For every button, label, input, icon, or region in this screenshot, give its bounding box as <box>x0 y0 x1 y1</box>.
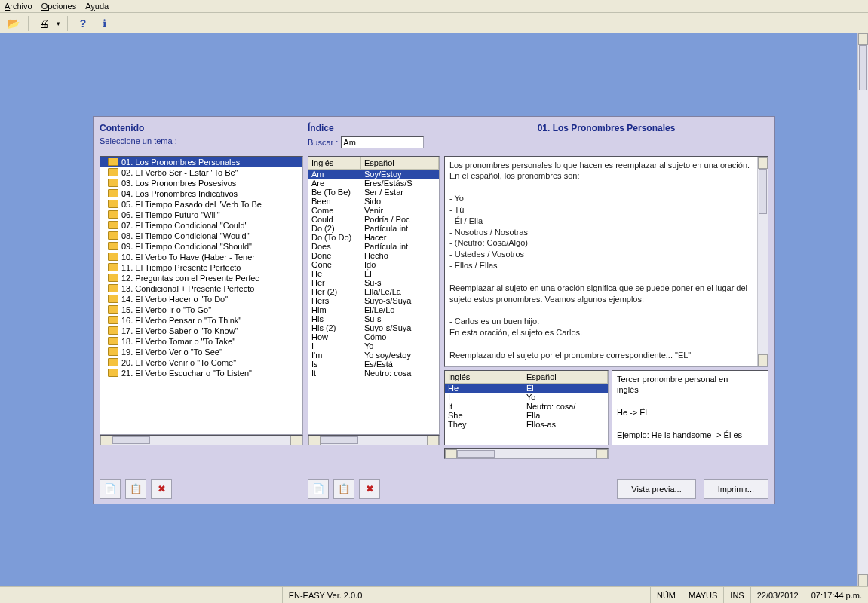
col-es[interactable]: Español <box>361 157 439 169</box>
pronouns-grid[interactable]: InglésEspañolHeÉlIYoItNeutro: cosa/SheEl… <box>444 370 609 445</box>
folder-icon <box>108 284 118 292</box>
topic-item[interactable]: 21. El Verbo Escuchar o "To Listen" <box>100 368 302 378</box>
topic-item[interactable]: 01. Los Pronombres Personales <box>100 157 302 167</box>
index-row[interactable]: IsEs/Está <box>308 360 439 369</box>
menu-archivo[interactable]: Archivo <box>5 2 32 11</box>
topic-item[interactable]: 13. Condicional + Presente Perfecto <box>100 283 302 294</box>
delete-icon[interactable]: ✖ <box>151 479 172 499</box>
index-row[interactable]: HisSu-s <box>308 314 439 323</box>
pronoun-row[interactable]: TheyEllos-as <box>445 420 608 429</box>
main-panel: Contenido Seleccione un tema : Índice Bu… <box>93 116 775 504</box>
index-row[interactable]: BeenSido <box>308 197 439 206</box>
index-row[interactable]: Be (To Be)Ser / Estar <box>308 188 439 197</box>
topic-item[interactable]: 10. El Verbo To Have (Haber - Tener <box>100 252 302 262</box>
menu-opciones[interactable]: Opciones <box>41 2 76 11</box>
folder-icon <box>108 210 118 219</box>
pronoun-row[interactable]: SheElla <box>445 411 608 420</box>
index-row[interactable]: ItNeutro: cosa <box>308 369 439 378</box>
index-row[interactable]: I'mYo soy/estoy <box>308 350 439 360</box>
topic-label: 07. El Tiempo Condicional "Could" <box>121 221 247 230</box>
index-row[interactable]: IYo <box>308 341 439 350</box>
topic-item[interactable]: 12. Preguntas con el Presente Perfec <box>100 273 302 283</box>
index-row[interactable]: HimEl/Le/Lo <box>308 305 439 314</box>
topic-label: 14. El Verbo Hacer o "To Do" <box>121 295 228 304</box>
col-es[interactable]: Español <box>523 371 608 383</box>
info-icon[interactable]: ℹ <box>96 15 112 32</box>
index-row[interactable]: HersSuyo-s/Suya <box>308 296 439 305</box>
topic-label: 12. Preguntas con el Presente Perfec <box>121 274 259 283</box>
topic-label: 15. El Verbo Ir o "To Go" <box>121 305 211 314</box>
topic-label: 02. El Verbo Ser - Estar "To Be" <box>121 168 238 177</box>
topic-item[interactable]: 18. El Verbo Tomar o "To Take" <box>100 336 302 347</box>
topic-item[interactable]: 19. El Verbo Ver o "To See" <box>100 347 302 357</box>
topic-item[interactable]: 15. El Verbo Ir o "To Go" <box>100 305 302 315</box>
topic-item[interactable]: 06. El Tiempo Futuro "Will" <box>100 210 302 220</box>
buscar-label: Buscar : <box>308 138 338 147</box>
index-row[interactable]: DoneHecho <box>308 251 439 260</box>
index-row[interactable]: CouldPodría / Poc <box>308 215 439 224</box>
indice-label: Índice <box>308 123 440 133</box>
detail-text[interactable]: Tercer pronombre personal en inglés He -… <box>612 370 768 445</box>
topic-item[interactable]: 09. El Tiempo Condicional "Should" <box>100 241 302 252</box>
topic-item[interactable]: 04. Los Pronombres Indicativos <box>100 188 302 199</box>
index-row[interactable]: Her (2)Ella/Le/La <box>308 287 439 296</box>
topic-item[interactable]: 02. El Verbo Ser - Estar "To Be" <box>100 167 302 178</box>
folder-icon <box>108 242 118 250</box>
help-icon[interactable]: ? <box>75 15 91 32</box>
new-icon[interactable]: 📄 <box>308 479 329 499</box>
copy-icon[interactable]: 📋 <box>333 479 354 499</box>
folder-icon <box>108 347 118 356</box>
topic-item[interactable]: 11. El Tiempo Presente Perfecto <box>100 262 302 273</box>
hscroll[interactable] <box>100 435 303 445</box>
topic-item[interactable]: 07. El Tiempo Condicional "Could" <box>100 220 302 231</box>
open-icon[interactable]: 📂 <box>5 15 21 32</box>
delete-icon[interactable]: ✖ <box>359 479 380 499</box>
folder-icon <box>108 358 118 366</box>
index-row[interactable]: Do (2)Partícula int <box>308 224 439 233</box>
topic-item[interactable]: 03. Los Pronombres Posesivos <box>100 178 302 188</box>
new-icon[interactable]: 📄 <box>100 479 121 499</box>
index-row[interactable]: GoneIdo <box>308 260 439 269</box>
folder-icon <box>108 369 118 377</box>
index-row[interactable]: HeÉl <box>308 269 439 278</box>
index-row[interactable]: DoesPartícula int <box>308 242 439 251</box>
imprimir-button[interactable]: Imprimir... <box>704 479 768 499</box>
index-row[interactable]: HowCómo <box>308 332 439 341</box>
hscroll[interactable] <box>308 435 440 445</box>
col-en[interactable]: Inglés <box>308 157 361 169</box>
topic-item[interactable]: 14. El Verbo Hacer o "To Do" <box>100 294 302 305</box>
index-row[interactable]: His (2)Suyo-s/Suya <box>308 323 439 332</box>
vscroll[interactable] <box>757 157 768 366</box>
topic-label: 01. Los Pronombres Personales <box>121 158 240 167</box>
topic-item[interactable]: 08. El Tiempo Condicional "Would" <box>100 231 302 241</box>
menu-ayuda[interactable]: Ayuda <box>85 2 109 11</box>
print-icon[interactable]: 🖨 <box>35 15 52 32</box>
topic-item[interactable]: 17. El Verbo Saber o "To Know" <box>100 326 302 336</box>
topic-item[interactable]: 20. El Verbo Venir o "To Come" <box>100 357 302 368</box>
search-input[interactable] <box>341 136 424 148</box>
folder-icon <box>108 189 118 197</box>
index-row[interactable]: HerSu-s <box>308 278 439 287</box>
dropdown-arrow-icon[interactable]: ▾ <box>57 20 60 27</box>
col-en[interactable]: Inglés <box>445 371 523 383</box>
index-row[interactable]: AreEres/Estás/S <box>308 179 439 188</box>
folder-icon <box>108 179 118 187</box>
pronoun-row[interactable]: ItNeutro: cosa/ <box>445 402 608 411</box>
title-header-col: 01. Los Pronombres Personales <box>444 123 768 152</box>
pronoun-row[interactable]: IYo <box>445 393 608 402</box>
pronoun-row[interactable]: HeÉl <box>445 384 608 393</box>
topics-listbox[interactable]: 01. Los Pronombres Personales02. El Verb… <box>100 156 303 435</box>
hscroll[interactable] <box>444 448 609 459</box>
copy-icon[interactable]: 📋 <box>125 479 146 499</box>
index-grid[interactable]: InglésEspañolAmSoy/EstoyAreEres/Estás/SB… <box>308 156 440 435</box>
topic-item[interactable]: 16. El Verbo Pensar o "To Think" <box>100 315 302 326</box>
indice-header-col: Índice Buscar : <box>308 123 440 152</box>
topic-item[interactable]: 05. El Tiempo Pasado del "Verb To Be <box>100 199 302 210</box>
description-text[interactable]: Los pronombres personales lo que hacen e… <box>444 156 768 367</box>
vista-previa-button[interactable]: Vista previa... <box>617 479 695 499</box>
topic-label: 21. El Verbo Escuchar o "To Listen" <box>121 369 252 378</box>
index-row[interactable]: AmSoy/Estoy <box>308 170 439 179</box>
index-row[interactable]: Do (To Do)Hacer <box>308 233 439 242</box>
bottom-right: InglésEspañolHeÉlIYoItNeutro: cosa/SheEl… <box>444 370 768 445</box>
index-row[interactable]: ComeVenir <box>308 206 439 215</box>
